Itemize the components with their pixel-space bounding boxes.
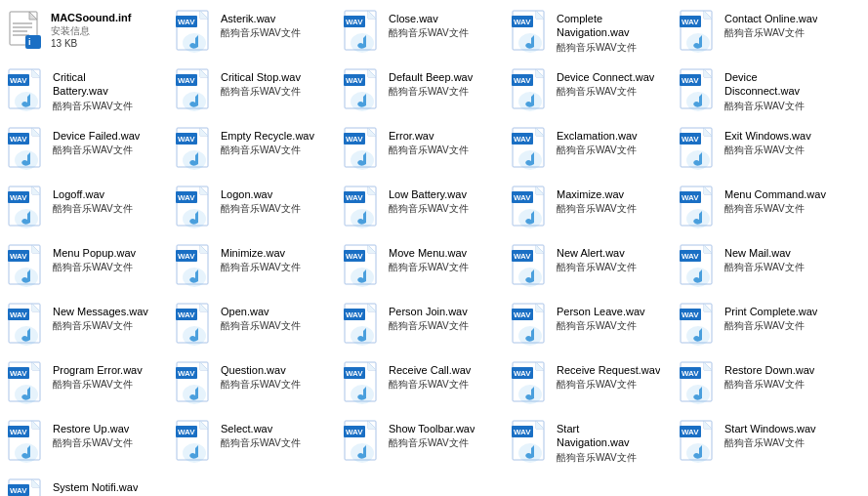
list-item[interactable]: WAV Asterik.wav 酷狗音乐WAV文件 — [172, 4, 340, 62]
svg-point-97 — [15, 209, 38, 228]
list-item[interactable]: WAV New Alert.wav 酷狗音乐WAV文件 — [508, 238, 676, 297]
list-item[interactable]: WAV Logoff.wav 酷狗音乐WAV文件 — [4, 180, 172, 238]
list-item[interactable]: WAV Question.wav 酷狗音乐WAV文件 — [172, 355, 340, 414]
list-item[interactable]: WAV Print Complete.wav 酷狗音乐WAV文件 — [676, 297, 844, 355]
wav-file-icon: WAV — [512, 303, 553, 350]
file-name: Menu Command.wav — [724, 187, 826, 201]
wav-file-icon: WAV — [344, 186, 385, 232]
wav-file-icon: WAV — [8, 68, 49, 115]
file-name: Receive Call.wav — [389, 363, 471, 377]
svg-text:WAV: WAV — [346, 18, 363, 26]
list-item[interactable]: WAV Logon.wav 酷狗音乐WAV文件 — [172, 180, 340, 238]
file-name: Minimize.wav — [221, 246, 301, 260]
wav-file-icon: WAV — [176, 303, 217, 350]
svg-text:WAV: WAV — [514, 252, 531, 261]
svg-point-103 — [183, 209, 206, 228]
list-item[interactable]: WAV Empty Recycle.wav 酷狗音乐WAV文件 — [172, 121, 340, 180]
svg-point-55 — [518, 92, 542, 111]
svg-text:WAV: WAV — [346, 428, 363, 436]
list-item[interactable]: WAV System Notifi.wav 酷狗音乐WAV文件 — [4, 473, 172, 496]
svg-text:WAV: WAV — [682, 428, 699, 436]
file-size: 13 KB — [51, 38, 131, 49]
wav-file-icon: WAV — [176, 10, 217, 57]
list-item[interactable]: WAV New Messages.wav 酷狗音乐WAV文件 — [4, 297, 172, 355]
list-item[interactable]: WAV Select.wav 酷狗音乐WAV文件 — [172, 414, 340, 473]
list-item[interactable]: WAV Move Menu.wav 酷狗音乐WAV文件 — [340, 238, 508, 297]
file-detail: 安装信息 — [51, 24, 131, 38]
svg-point-163 — [183, 326, 206, 346]
svg-point-115 — [518, 209, 542, 228]
file-name: System Notifi.wav — [53, 480, 138, 494]
file-name: Program Error.wav — [53, 363, 143, 377]
svg-text:WAV: WAV — [178, 135, 195, 144]
wav-file-icon: WAV — [8, 244, 49, 291]
list-item[interactable]: WAV Minimize.wav 酷狗音乐WAV文件 — [172, 238, 340, 297]
svg-text:WAV: WAV — [682, 252, 699, 261]
list-item[interactable]: WAV Critical Stop.wav 酷狗音乐WAV文件 — [172, 62, 340, 121]
svg-text:WAV: WAV — [682, 193, 699, 202]
svg-text:WAV: WAV — [10, 428, 27, 436]
list-item[interactable]: WAV CriticalBattery.wav 酷狗音乐WAV文件 — [4, 62, 172, 121]
file-name: Critical Stop.wav — [221, 70, 301, 84]
list-item[interactable]: WAV Program Error.wav 酷狗音乐WAV文件 — [4, 355, 172, 414]
svg-point-145 — [518, 268, 542, 287]
list-item[interactable]: i MACSoound.inf 安装信息 13 KB — [4, 4, 172, 62]
list-item[interactable]: WAV Error.wav 酷狗音乐WAV文件 — [340, 121, 508, 180]
list-item[interactable]: WAV Receive Request.wav 酷狗音乐WAV文件 — [508, 355, 676, 414]
svg-text:WAV: WAV — [682, 369, 699, 378]
file-type-label: 酷狗音乐WAV文件 — [557, 202, 637, 215]
list-item[interactable]: WAV Menu Popup.wav 酷狗音乐WAV文件 — [4, 238, 172, 297]
list-item[interactable]: WAV Contact Online.wav 酷狗音乐WAV文件 — [676, 4, 844, 62]
svg-text:WAV: WAV — [178, 252, 195, 261]
wav-file-icon: WAV — [176, 420, 217, 467]
wav-file-icon: WAV — [344, 244, 385, 291]
svg-point-199 — [351, 385, 374, 404]
list-item[interactable]: WAV Maximize.wav 酷狗音乐WAV文件 — [508, 180, 676, 238]
file-type-label: 酷狗音乐WAV文件 — [389, 26, 469, 39]
file-name: Empty Recycle.wav — [221, 129, 314, 143]
list-item[interactable]: WAV DeviceDisconnect.wav 酷狗音乐WAV文件 — [676, 62, 844, 121]
file-type-label: 酷狗音乐WAV文件 — [221, 436, 301, 449]
list-item[interactable]: WAV CompleteNavigation.wav 酷狗音乐WAV文件 — [508, 4, 676, 62]
list-item[interactable]: WAV Receive Call.wav 酷狗音乐WAV文件 — [340, 355, 508, 414]
list-item[interactable]: WAV Default Beep.wav 酷狗音乐WAV文件 — [340, 62, 508, 121]
list-item[interactable]: WAV Open.wav 酷狗音乐WAV文件 — [172, 297, 340, 355]
file-type-label: 酷狗音乐WAV文件 — [724, 144, 811, 156]
file-type-label: 酷狗音乐WAV文件 — [221, 261, 301, 273]
list-item[interactable]: WAV Person Join.wav 酷狗音乐WAV文件 — [340, 297, 508, 355]
file-name: Low Battery.wav — [389, 187, 469, 201]
list-item[interactable]: WAV Exit Windows.wav 酷狗音乐WAV文件 — [676, 121, 844, 180]
file-name: CriticalBattery.wav — [53, 70, 133, 99]
svg-text:WAV: WAV — [10, 135, 27, 144]
wav-file-icon: WAV — [176, 127, 217, 174]
list-item[interactable]: WAV New Mail.wav 酷狗音乐WAV文件 — [676, 238, 844, 297]
list-item[interactable]: WAV Restore Up.wav 酷狗音乐WAV文件 — [4, 414, 172, 473]
wav-file-icon: WAV — [8, 186, 49, 232]
svg-text:WAV: WAV — [514, 428, 531, 436]
svg-text:WAV: WAV — [346, 310, 363, 319]
list-item[interactable]: WAV Restore Down.wav 酷狗音乐WAV文件 — [676, 355, 844, 414]
file-name: Question.wav — [221, 363, 301, 377]
wav-file-icon: WAV — [8, 361, 49, 408]
list-item[interactable]: WAV Person Leave.wav 酷狗音乐WAV文件 — [508, 297, 676, 355]
file-type-label: 酷狗音乐WAV文件 — [724, 378, 814, 391]
list-item[interactable]: WAV Close.wav 酷狗音乐WAV文件 — [340, 4, 508, 62]
list-item[interactable]: WAV Device Connect.wav 酷狗音乐WAV文件 — [508, 62, 676, 121]
file-name: New Alert.wav — [557, 246, 637, 260]
list-item[interactable]: WAV Show Toolbar.wav 酷狗音乐WAV文件 — [340, 414, 508, 473]
file-type-label: 酷狗音乐WAV文件 — [53, 261, 136, 273]
wav-file-icon: WAV — [344, 303, 385, 350]
file-name: Open.wav — [221, 305, 301, 318]
list-item[interactable]: WAV Start Windows.wav 酷狗音乐WAV文件 — [676, 414, 844, 473]
file-type-label: 酷狗音乐WAV文件 — [221, 378, 301, 391]
file-type-label: 酷狗音乐WAV文件 — [53, 144, 140, 156]
list-item[interactable]: WAV StartNavigation.wav 酷狗音乐WAV文件 — [508, 414, 676, 473]
svg-text:WAV: WAV — [346, 252, 363, 261]
list-item[interactable]: WAV Device Failed.wav 酷狗音乐WAV文件 — [4, 121, 172, 180]
list-item[interactable]: WAV Exclamation.wav 酷狗音乐WAV文件 — [508, 121, 676, 180]
file-type-label: 酷狗音乐WAV文件 — [221, 144, 314, 156]
wav-file-icon: WAV — [344, 10, 385, 57]
file-name: Exclamation.wav — [557, 129, 638, 143]
list-item[interactable]: WAV Menu Command.wav 酷狗音乐WAV文件 — [676, 180, 844, 238]
list-item[interactable]: WAV Low Battery.wav 酷狗音乐WAV文件 — [340, 180, 508, 238]
